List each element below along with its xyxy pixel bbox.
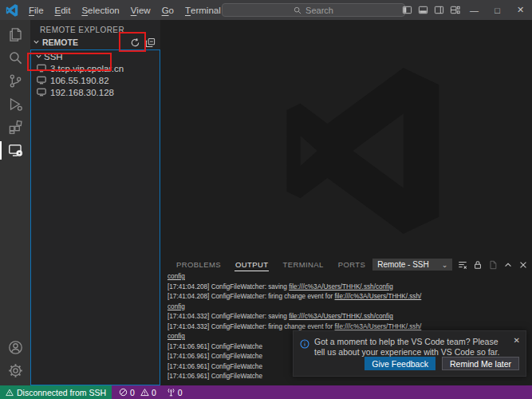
tab-ports[interactable]: PORTS bbox=[331, 257, 373, 272]
search-icon bbox=[294, 6, 301, 14]
log-text: [17:41:06.961] ConfigFileWatche bbox=[167, 353, 262, 360]
give-feedback-button[interactable]: Give Feedback bbox=[365, 357, 435, 370]
log-text: [17:41:06.961] ConfigFileWatche bbox=[167, 363, 262, 370]
output-channel-select[interactable]: Remote - SSH ⌄ bbox=[372, 259, 452, 271]
chevron-down-icon: ⌄ bbox=[442, 261, 448, 269]
ssh-host-label: 106.55.190.82 bbox=[50, 76, 109, 85]
minimize-icon[interactable]: — bbox=[463, 0, 486, 20]
search-command-center[interactable]: Search bbox=[222, 3, 405, 17]
panel-controls: Remote - SSH ⌄ bbox=[372, 259, 532, 271]
maximize-panel-icon[interactable] bbox=[503, 260, 513, 270]
remote-explorer-sidebar: REMOTE EXPLORER REMOTE SSH bbox=[30, 20, 160, 385]
notification-message: Got a moment to help the VS Code team? P… bbox=[309, 337, 514, 358]
ssh-host-item[interactable]: 106.55.190.82 bbox=[31, 74, 160, 86]
remote-status-item[interactable]: Disconnected from SSH bbox=[0, 385, 112, 399]
ssh-tree: SSH 3.tcp.vip.cpolar.cn106.55.190.82192.… bbox=[30, 49, 160, 385]
status-bar: Disconnected from SSH 0 0 0 bbox=[0, 385, 532, 399]
activity-explorer-icon[interactable] bbox=[0, 23, 30, 46]
log-text: [17:41:06.961] ConfigFileWatche bbox=[167, 343, 262, 350]
file-link[interactable]: file:///c%3A/Users/THHK/.ssh/ bbox=[335, 293, 422, 300]
tab-terminal[interactable]: TERMINAL bbox=[275, 257, 330, 272]
ssh-host-label: 192.168.30.128 bbox=[50, 88, 114, 97]
log-text: [17:41:04.332] ConfigFileWatcher: saving bbox=[167, 313, 289, 320]
toggle-panel-icon[interactable] bbox=[415, 0, 431, 20]
vscode-logo-icon bbox=[6, 4, 18, 17]
clear-output-icon[interactable] bbox=[458, 260, 467, 270]
remind-me-later-button[interactable]: Remind Me later bbox=[442, 357, 519, 370]
tab-output[interactable]: OUTPUT bbox=[228, 257, 275, 272]
activity-remote-explorer-icon[interactable] bbox=[0, 139, 30, 162]
warning-icon bbox=[6, 389, 14, 397]
radio-tower-icon bbox=[167, 388, 175, 397]
notification-buttons: Give Feedback Remind Me later bbox=[365, 357, 519, 370]
vscode-window: FileEditSelectionViewGoTerminalHelp ← → … bbox=[0, 0, 532, 399]
activity-source-control-icon[interactable] bbox=[0, 69, 30, 93]
menu-view[interactable]: View bbox=[125, 0, 156, 20]
maximize-icon[interactable]: □ bbox=[486, 0, 509, 20]
settings-gear-icon[interactable] bbox=[0, 359, 30, 382]
collapse-all-icon[interactable] bbox=[145, 38, 156, 48]
log-text: [17:41:04.208] ConfigFileWatcher: firing… bbox=[167, 293, 335, 300]
ports-count: 0 bbox=[178, 388, 183, 397]
toggle-sidebar-icon[interactable] bbox=[399, 0, 415, 20]
warning-count: 0 bbox=[152, 388, 156, 397]
activity-run-debug-icon[interactable] bbox=[0, 93, 30, 116]
activity-extensions-icon[interactable] bbox=[0, 116, 30, 139]
file-link[interactable]: config bbox=[167, 273, 185, 280]
feedback-notification: Got a moment to help the VS Code team? P… bbox=[293, 330, 526, 377]
vm-monitor-icon bbox=[37, 76, 46, 85]
close-notification-icon[interactable]: ✕ bbox=[514, 337, 520, 358]
nav-arrows: ← → bbox=[196, 0, 222, 20]
toast-body: Got a moment to help the VS Code team? P… bbox=[294, 331, 526, 358]
log-line: config bbox=[167, 302, 530, 313]
back-icon[interactable]: ← bbox=[196, 5, 206, 16]
error-count: 0 bbox=[130, 388, 135, 397]
file-link[interactable]: file:///c%3A/Users/THHK/.ssh/config bbox=[289, 313, 393, 320]
annotation-box-hostname bbox=[27, 53, 112, 71]
chevron-down-icon bbox=[33, 38, 40, 47]
warning-icon bbox=[140, 388, 149, 397]
log-line: config bbox=[167, 272, 530, 282]
activity-bar bbox=[0, 20, 30, 385]
menu-selection[interactable]: Selection bbox=[76, 0, 124, 20]
titlebar-controls: — □ ✕ bbox=[399, 0, 532, 20]
panel-header: PROBLEMSOUTPUTTERMINALPORTS Remote - SSH… bbox=[160, 257, 532, 272]
accounts-icon[interactable] bbox=[0, 336, 30, 359]
vm-monitor-icon bbox=[37, 88, 46, 97]
info-icon bbox=[300, 338, 309, 358]
file-link[interactable]: file:///c%3A/Users/THHK/.ssh/config bbox=[289, 283, 393, 290]
file-link[interactable]: file:///c%3A/Users/THHK/.ssh/ bbox=[335, 323, 422, 330]
open-log-file-icon[interactable] bbox=[488, 260, 498, 270]
remote-status-label: Disconnected from SSH bbox=[17, 388, 106, 397]
tab-problems[interactable]: PROBLEMS bbox=[169, 257, 228, 272]
log-text: [17:41:06.961] ConfigFileWatche bbox=[167, 373, 262, 380]
activity-search-icon[interactable] bbox=[0, 46, 30, 69]
close-panel-icon[interactable] bbox=[518, 260, 528, 270]
menu-go[interactable]: Go bbox=[156, 0, 179, 20]
log-line: [17:41:04.208] ConfigFileWatcher: firing… bbox=[167, 292, 530, 302]
remote-section-label: REMOTE bbox=[42, 38, 78, 47]
panel-tabs: PROBLEMSOUTPUTTERMINALPORTS bbox=[169, 257, 372, 272]
log-line: [17:41:04.208] ConfigFileWatcher: saving… bbox=[167, 282, 530, 293]
search-placeholder: Search bbox=[305, 6, 333, 15]
ssh-host-item[interactable]: 192.168.30.128 bbox=[31, 86, 160, 98]
editor-area bbox=[160, 20, 532, 257]
error-icon bbox=[119, 388, 128, 397]
lock-autoscroll-icon[interactable] bbox=[473, 260, 483, 270]
title-bar: FileEditSelectionViewGoTerminalHelp ← → … bbox=[0, 0, 532, 20]
customize-layout-icon[interactable] bbox=[447, 0, 463, 20]
log-text: [17:41:04.208] ConfigFileWatcher: saving bbox=[167, 283, 289, 290]
forward-icon[interactable]: → bbox=[212, 5, 222, 16]
file-link[interactable]: config bbox=[167, 333, 185, 340]
menu-file[interactable]: File bbox=[23, 0, 49, 20]
ports-status-item[interactable]: 0 bbox=[167, 388, 183, 397]
output-channel-value: Remote - SSH bbox=[377, 260, 428, 269]
toggle-secondary-sidebar-icon[interactable] bbox=[431, 0, 447, 20]
close-icon[interactable]: ✕ bbox=[509, 0, 532, 20]
problems-status-item[interactable]: 0 0 bbox=[119, 388, 156, 397]
file-link[interactable]: config bbox=[167, 303, 185, 310]
menu-edit[interactable]: Edit bbox=[49, 0, 77, 20]
log-text: [17:41:04.332] ConfigFileWatcher: firing… bbox=[167, 323, 335, 330]
annotation-box-refresh bbox=[119, 32, 146, 52]
log-line: [17:41:04.332] ConfigFileWatcher: saving… bbox=[167, 312, 530, 322]
